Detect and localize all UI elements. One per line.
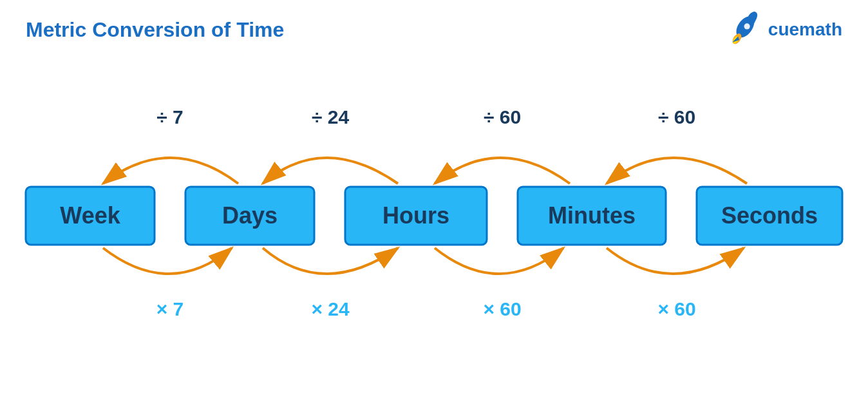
div60b-label: ÷ 60 (658, 106, 695, 128)
arrow-top-3 (435, 158, 570, 184)
rocket-icon (726, 12, 762, 47)
days-label: Days (222, 202, 278, 229)
logo-area: cuemath (726, 12, 842, 47)
week-label: Week (60, 202, 120, 229)
arrow-top-1 (103, 158, 238, 184)
div7-label: ÷ 7 (156, 106, 183, 128)
svg-point-2 (744, 23, 750, 29)
mul60b-label: × 60 (657, 298, 695, 319)
logo-text: cuemath (768, 19, 842, 40)
hours-label: Hours (382, 202, 449, 229)
div60a-label: ÷ 60 (484, 106, 521, 128)
div24-label: ÷ 24 (312, 106, 349, 128)
arrow-bottom-4 (607, 248, 744, 274)
mul24-label: × 24 (311, 298, 350, 319)
arrow-bottom-1 (103, 248, 232, 274)
mul60a-label: × 60 (483, 298, 521, 319)
arrow-top-2 (263, 158, 398, 184)
arrow-bottom-2 (263, 248, 398, 274)
arrow-top-4 (607, 158, 747, 184)
page-title: Metric Conversion of Time (26, 18, 284, 42)
minutes-label: Minutes (548, 202, 636, 229)
mul7-label: × 7 (156, 298, 184, 319)
diagram: Week Days Hours Minutes Seconds ÷ 7 ÷ 24… (0, 71, 868, 386)
arrow-bottom-3 (435, 248, 563, 274)
seconds-label: Seconds (721, 202, 818, 229)
